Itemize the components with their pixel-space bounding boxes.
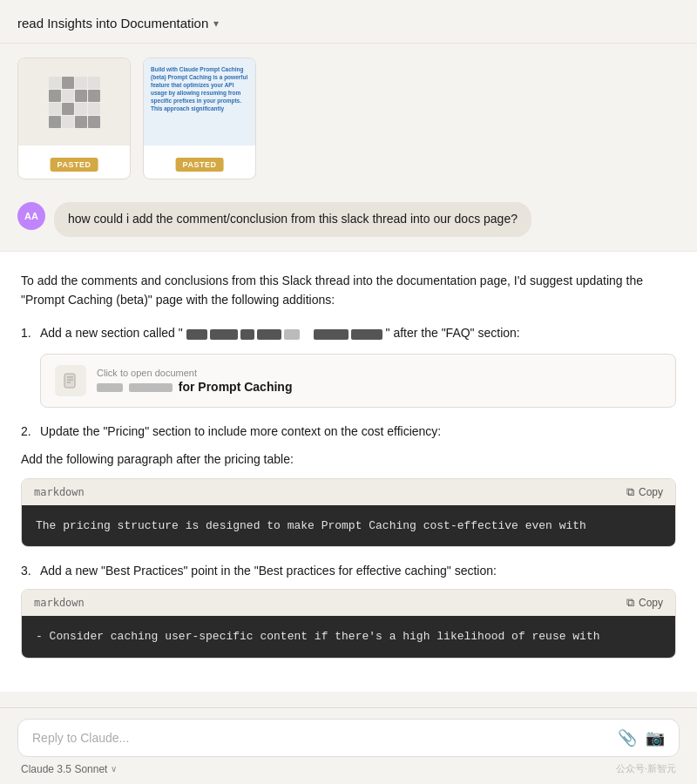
copy-icon: ⧉ [626,485,634,499]
step-3-text: Add a new "Best Practices" point in the … [40,561,497,580]
model-name: Claude 3.5 Sonnet [21,763,107,775]
redact-block [314,329,348,340]
pasted-label-doc: PASTED [176,158,224,172]
code-block-2-header: markdown ⧉ Copy [22,590,675,616]
step-1-text-after: " after the "FAQ" section: [386,326,520,340]
image-attachment[interactable]: PASTED [17,57,131,179]
step-2-row: 2. Update the "Pricing" section to inclu… [21,422,676,441]
input-area: Reply to Claude... 📎 📷 Claude 3.5 Sonnet… [0,707,697,784]
input-row: Reply to Claude... 📎 📷 [17,719,680,757]
pixel [62,77,74,89]
user-message-row: AA how could i add the comment/conclusio… [0,193,697,251]
step-2-text: Update the "Pricing" section to include … [40,422,441,441]
code-lang-label-2: markdown [34,597,85,609]
pasted-label: PASTED [51,158,98,172]
redact-block [240,329,254,340]
input-icons: 📎 📷 [618,728,665,747]
attachment-thumbnail [18,58,130,145]
step-1-content: Add a new section called " " after the "… [40,323,520,342]
pixel [49,90,61,102]
pixel [88,103,100,115]
copy-label-1: Copy [639,486,663,498]
doc-ref-click-label: Click to open document [97,368,661,378]
model-selector[interactable]: Claude 3.5 Sonnet ∨ [21,763,117,775]
code-content-2: - Consider caching user-specific content… [36,628,661,645]
code-block-1: markdown ⧉ Copy The pricing structure is… [21,478,676,548]
pixel [75,103,87,115]
page-header: read Insights into Documentation ▾ [0,0,697,44]
step-3-num: 3. [21,561,40,580]
doc-preview-text: Build with Claude Prompt Caching (beta) … [151,65,248,113]
pixel [49,116,61,128]
svg-rect-0 [64,374,75,388]
attachments-row: PASTED Build with Claude Prompt Caching … [0,44,697,193]
pixel [49,77,61,89]
ai-intro-text: To add the comments and conclusions from… [21,271,676,310]
copy-button-2[interactable]: ⧉ Copy [626,596,663,610]
pixel [62,116,74,128]
pixel [75,116,87,128]
pixel [75,77,87,89]
reply-input-placeholder[interactable]: Reply to Claude... [32,731,618,745]
copy-button-1[interactable]: ⧉ Copy [626,485,663,499]
doc-preview-title: Build with Claude Prompt Caching (beta) … [151,65,248,113]
copy-icon-2: ⧉ [626,596,634,610]
pixel [75,90,87,102]
redact-block [351,329,382,340]
copy-label-2: Copy [639,597,663,609]
pixel [88,116,100,128]
step-2-paragraph: Add the following paragraph after the pr… [21,449,676,469]
redacted-section-name [186,329,382,340]
model-chevron-icon: ∨ [111,764,117,774]
redact-block [284,329,300,340]
code-block-2-body: - Consider caching user-specific content… [22,616,675,658]
document-attachment[interactable]: Build with Claude Prompt Caching (beta) … [143,57,256,179]
doc-thumbnail: Build with Claude Prompt Caching (beta) … [144,58,255,145]
code-lang-label: markdown [34,486,85,498]
pixel [88,77,100,89]
step-1-num: 1. [21,323,40,342]
camera-icon[interactable]: 📷 [646,728,665,747]
page-title: read Insights into Documentation [17,16,208,30]
doc-ref-details: Click to open document for Prompt Cachin… [97,368,661,394]
redact-title-block [129,383,173,392]
pixel [49,103,61,115]
step-1-text-before: Add a new section called " [40,326,183,340]
chevron-down-icon[interactable]: ▾ [213,17,219,30]
redact-block [210,329,238,340]
attach-icon[interactable]: 📎 [618,728,637,747]
pixel [62,90,74,102]
step-3-row: 3. Add a new "Best Practices" point in t… [21,561,676,580]
watermark-label: 公众号·新智元 [616,762,676,775]
ai-response-area: To add the comments and conclusions from… [0,251,697,692]
doc-ref-title-suffix: for Prompt Caching [179,380,293,394]
user-message-bubble: how could i add the comment/conclusion f… [54,202,531,237]
redact-title-block [97,383,123,392]
step-2-num: 2. [21,422,40,441]
pixel [88,90,100,102]
redact-block [257,329,281,340]
pixel [62,103,74,115]
redact-block [186,329,207,340]
step-1-row: 1. Add a new section called " " after th… [21,323,676,342]
code-content-1: The pricing structure is designed to mak… [36,517,661,535]
code-block-1-header: markdown ⧉ Copy [22,479,675,505]
model-row: Claude 3.5 Sonnet ∨ 公众号·新智元 [17,757,680,777]
doc-reference-card[interactable]: Click to open document for Prompt Cachin… [40,354,676,408]
user-avatar: AA [17,202,45,230]
image-pixel-art [49,77,100,128]
code-block-2: markdown ⧉ Copy - Consider caching user-… [21,589,676,659]
document-icon [55,365,86,396]
doc-ref-title: for Prompt Caching [97,380,661,394]
code-block-1-body: The pricing structure is designed to mak… [22,505,675,547]
